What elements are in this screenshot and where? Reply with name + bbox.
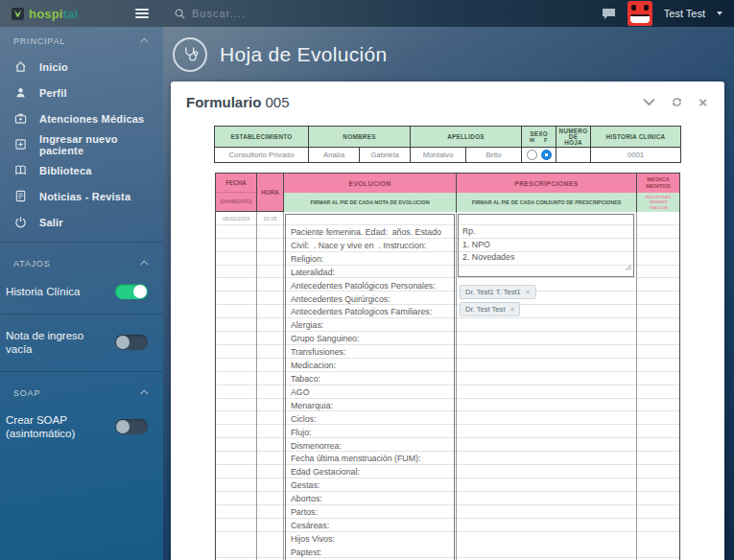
remove-doctor-icon[interactable]: ×	[510, 306, 515, 314]
evolution-line: Paptest:	[291, 547, 454, 560]
header-nombres: NOMBRES	[309, 127, 411, 148]
evolution-line: Alergias:	[291, 319, 454, 333]
evolution-table-body: 06/02/2019 10:05 Paciente femenina. Edad…	[216, 212, 679, 560]
chat-icon[interactable]	[602, 8, 616, 20]
chevron-up-icon	[140, 389, 148, 397]
evolution-line: Lateralidad:	[291, 267, 454, 280]
evolution-line: Cesáreas:	[291, 520, 454, 533]
user-name: Test Test	[664, 8, 705, 19]
logo-text: hospital	[29, 7, 78, 21]
evolution-line: Abortos:	[291, 493, 454, 506]
establecimiento-value[interactable]: Consultorio Privado	[215, 148, 309, 163]
evolution-line: Menarquia:	[291, 400, 454, 413]
header-historia-clinica: HISTORIA CLINICA	[591, 127, 681, 148]
evolution-line: Paciente femenina. Edad: años. Estado	[291, 226, 454, 240]
header-establecimiento: ESTABLECIMIENTO	[215, 127, 309, 148]
section-atajos[interactable]: ATAJOS	[0, 249, 163, 276]
header-apellidos: APELLIDOS	[411, 127, 522, 148]
form-card: Formulario 005 ×	[171, 82, 724, 560]
evolution-line: Hijos Vivos:	[291, 533, 454, 547]
header-evolucion: EVOLUCION FIRMAR AL PIE DE CADA NOTA DE …	[284, 174, 457, 211]
evolution-textarea[interactable]: Paciente femenina. Edad: años. EstadoCiv…	[285, 214, 455, 560]
page-title: Hoja de Evolución	[220, 43, 387, 66]
sidebar-item-salir[interactable]: Salir	[0, 209, 163, 235]
remove-doctor-icon[interactable]: ×	[526, 289, 531, 296]
toggle-row-historia-clinica: Historia Clínica	[0, 276, 163, 307]
prescriptions-textarea[interactable]: Rp. 1. NPO 2. Novedades	[458, 214, 634, 277]
home-icon	[14, 60, 27, 73]
medical-bag-icon	[14, 112, 27, 125]
sex-f-radio[interactable]	[541, 150, 552, 160]
section-soap[interactable]: SOAP	[0, 379, 163, 406]
resize-handle-icon[interactable]	[626, 258, 632, 275]
evolution-line: Tabaco:	[291, 373, 454, 386]
last-name-value[interactable]: Montalvo	[411, 148, 466, 163]
patient-table-data-row: Consultorio Privado Analía Gabriela Mont…	[215, 148, 681, 163]
evolucion-column: Paciente femenina. Edad: años. EstadoCiv…	[284, 212, 457, 560]
doctor-chip: Dr. Test1 T. Test1 ×	[460, 285, 536, 299]
evolution-line: Ciclos:	[291, 413, 454, 427]
book-icon	[14, 164, 27, 176]
topbar-right: Test Test	[602, 1, 734, 26]
sidebar-item-biblioteca[interactable]: Biblioteca	[0, 157, 163, 183]
evolution-line: AGO	[291, 386, 454, 400]
stethoscope-icon	[173, 37, 207, 72]
evolution-table-header: FECHA (DIA/MES/AÑO) HORA EVOLUCION FIRMA…	[216, 174, 679, 212]
sexo-cell	[522, 148, 556, 163]
close-icon[interactable]: ×	[698, 95, 707, 109]
first-name-value[interactable]: Analía	[309, 148, 360, 163]
chevron-up-icon	[140, 260, 148, 268]
nota-ingreso-toggle[interactable]	[115, 335, 148, 350]
header-fecha: FECHA (DIA/MES/AÑO)	[216, 174, 257, 211]
patient-table: ESTABLECIMIENTO NOMBRES APELLIDOS SEXO M…	[214, 126, 681, 163]
sidebar: PRINCIPAL Inicio Perfil Atenciones Médic…	[0, 27, 163, 560]
patient-table-header-row: ESTABLECIMIENTO NOMBRES APELLIDOS SEXO M…	[215, 127, 681, 148]
historia-clinica-toggle[interactable]	[115, 284, 148, 299]
medicamentos-column	[637, 212, 679, 560]
search-input[interactable]	[192, 8, 403, 19]
numero-hoja-value[interactable]	[556, 148, 591, 163]
evolution-line: Transfusiones:	[291, 346, 454, 360]
historia-clinica-value[interactable]: 0001	[591, 148, 681, 163]
app-logo[interactable]: hospital	[0, 7, 123, 21]
card-header: Formulario 005 ×	[171, 82, 724, 116]
news-icon	[14, 190, 27, 202]
evolution-line: Edad Gestacional:	[291, 466, 454, 479]
sidebar-item-ingresar-nuevo-paciente[interactable]: Ingresar nuevo paciente	[0, 131, 163, 157]
header-medicamentos: MEDICAMENTOS REGISTRARADMINISTRACION	[637, 174, 679, 211]
evolution-line: Flujo:	[291, 427, 454, 440]
sidebar-item-atenciones-medicas[interactable]: Atenciones Médicas	[0, 105, 163, 131]
evolution-line: Antecedentes Patológicos Personales:	[291, 280, 454, 293]
header-sexo: SEXO MF	[522, 127, 556, 148]
entry-time: 10:05	[257, 212, 283, 222]
sex-m-radio[interactable]	[527, 150, 537, 160]
crear-soap-toggle[interactable]	[115, 419, 148, 434]
menu-toggle-icon[interactable]	[123, 9, 161, 18]
doctor-chip: Dr. Test Test ×	[460, 302, 520, 316]
user-menu-caret-icon[interactable]	[717, 12, 722, 15]
logo-mark-icon	[12, 8, 24, 20]
evolution-line: Grupo Sanguineo:	[291, 333, 454, 346]
header-hora: HORA	[257, 174, 284, 211]
evolution-line: Antecedentes Quirúrgicos:	[291, 293, 454, 307]
second-last-name-value[interactable]: Brito	[466, 148, 522, 163]
section-principal[interactable]: PRINCIPAL	[0, 27, 163, 54]
user-avatar[interactable]	[627, 1, 652, 26]
sidebar-item-inicio[interactable]: Inicio	[0, 54, 163, 80]
fecha-column: 06/02/2019	[216, 212, 257, 560]
sidebar-item-noticias-revista[interactable]: Noticias - Revista	[0, 183, 163, 209]
collapse-chevron-icon[interactable]	[643, 98, 655, 106]
refresh-icon[interactable]	[671, 96, 683, 108]
header-prescripciones: PRESCRIPCIONES FIRMAR AL PIE DE CADA CON…	[457, 174, 637, 211]
user-icon	[14, 86, 27, 99]
entry-date: 06/02/2019	[216, 212, 256, 222]
toggle-row-nota-ingreso: Nota de ingreso vacía	[0, 321, 163, 364]
search-icon	[175, 9, 185, 19]
middle-name-value[interactable]: Gabriela	[360, 148, 411, 163]
page-header: Hoja de Evolución	[163, 27, 734, 82]
evolution-line: Fecha última menstruación (FUM):	[291, 453, 454, 466]
prescripciones-column: Rp. 1. NPO 2. Novedades Dr. Test1 T. Tes…	[457, 212, 637, 560]
sidebar-item-perfil[interactable]: Perfil	[0, 80, 163, 105]
evolution-line: Dismenorrea:	[291, 440, 454, 454]
evolution-line: Gestas:	[291, 479, 454, 493]
